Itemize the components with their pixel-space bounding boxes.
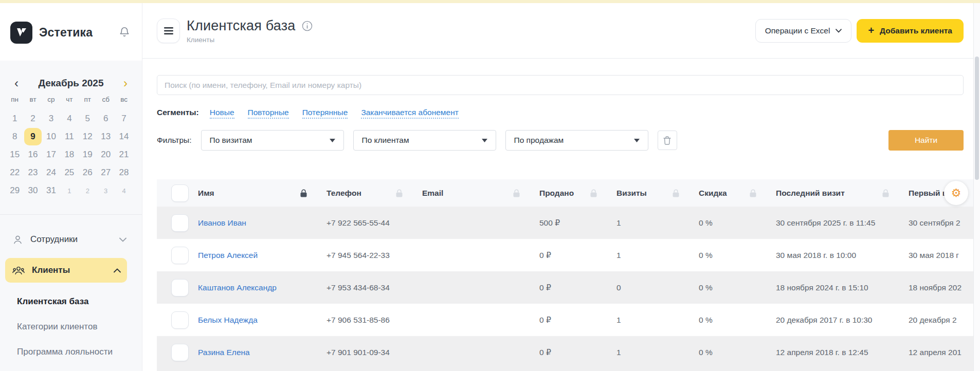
find-button[interactable]: Найти: [888, 130, 964, 151]
calendar-day[interactable]: 4: [61, 110, 78, 127]
calendar-day[interactable]: 1: [6, 110, 24, 127]
calendar-day[interactable]: 26: [79, 164, 96, 181]
segment-link[interactable]: Потерянные: [302, 108, 348, 119]
brand-v-icon: [15, 26, 28, 39]
client-name-link[interactable]: Белых Надежда: [198, 316, 258, 324]
column-header[interactable]: Скидка: [699, 189, 776, 198]
cell-first-visit: 12 апреля 201: [909, 348, 973, 357]
calendar-day[interactable]: 15: [6, 146, 24, 163]
sidebar-subitem[interactable]: Программа лояльности: [0, 339, 142, 364]
calendar-day[interactable]: 28: [115, 164, 133, 181]
sidebar-item-clients[interactable]: Клиенты: [5, 258, 127, 283]
calendar-day[interactable]: 17: [42, 146, 60, 163]
column-header[interactable]: Последний визит: [776, 189, 909, 198]
cell-phone: +7 922 565-55-44: [326, 218, 422, 228]
calendar-day[interactable]: 6: [97, 110, 115, 127]
calendar-day[interactable]: 21: [115, 146, 133, 163]
calendar-day[interactable]: 24: [42, 164, 60, 181]
table-settings-button[interactable]: ⚙: [944, 181, 968, 205]
calendar-day[interactable]: 11: [61, 128, 78, 145]
sidebar-submenu: Клиентская базаКатегории клиентовПрограм…: [0, 289, 142, 364]
calendar-day[interactable]: 13: [97, 128, 115, 145]
calendar-day[interactable]: 10: [42, 128, 60, 145]
cell-sold: 0 ₽: [539, 283, 616, 292]
calendar-day[interactable]: 25: [61, 164, 78, 181]
chevron-up-icon: [114, 268, 121, 273]
add-client-button[interactable]: + Добавить клиента: [857, 19, 964, 43]
notifications-bell-icon[interactable]: [118, 26, 131, 39]
calendar-day[interactable]: 18: [61, 146, 78, 163]
client-name-link[interactable]: Каштанов Александр: [198, 283, 277, 292]
cell-last-visit: 12 апреля 2018 г. в 12:45: [776, 348, 909, 357]
calendar-month-label: Декабрь 2025: [21, 78, 121, 89]
calendar-next-icon[interactable]: ›: [121, 77, 130, 89]
calendar-prev-icon[interactable]: ‹: [12, 77, 21, 89]
search-input[interactable]: [157, 75, 964, 95]
calendar-weekday-label: пт: [84, 96, 92, 103]
filter-dropdown[interactable]: По клиентам: [353, 130, 496, 151]
calendar-day[interactable]: 9: [24, 128, 42, 145]
calendar-day[interactable]: 1: [61, 182, 78, 199]
calendar-day[interactable]: 3: [97, 182, 115, 199]
filter-dropdown[interactable]: По визитам: [201, 130, 344, 151]
calendar-day[interactable]: 5: [79, 110, 96, 127]
info-icon[interactable]: [302, 21, 313, 31]
calendar-day[interactable]: 29: [6, 182, 24, 199]
cell-name: Каштанов Александр: [198, 283, 326, 292]
calendar-day[interactable]: 22: [6, 164, 24, 181]
client-name-link[interactable]: Разина Елена: [198, 348, 250, 357]
row-checkbox[interactable]: [171, 279, 189, 296]
calendar-day[interactable]: 7: [115, 110, 133, 127]
calendar-day[interactable]: 3: [42, 110, 60, 127]
calendar-day[interactable]: 19: [79, 146, 96, 163]
clear-filters-button[interactable]: [658, 131, 677, 150]
calendar-day[interactable]: 30: [24, 182, 42, 199]
column-header[interactable]: Email: [422, 189, 539, 198]
calendar-day[interactable]: 2: [79, 182, 96, 199]
segment-link[interactable]: Новые: [210, 108, 234, 119]
table-row: Белых Надежда +7 906 531-85-86 0 ₽ 1 0 %…: [157, 304, 973, 336]
lock-icon: [750, 189, 756, 197]
scrollbar-thumb[interactable]: [975, 57, 979, 180]
calendar-day[interactable]: 4: [115, 182, 133, 199]
row-checkbox[interactable]: [171, 344, 189, 361]
cell-visits: 1: [616, 348, 699, 357]
sidebar: Эстетика ‹ Декабрь 2025 › пнвтсрчтптсбвс: [0, 0, 142, 371]
client-name-link[interactable]: Петров Алексей: [198, 251, 258, 259]
select-all-checkbox[interactable]: [171, 184, 189, 202]
calendar-day[interactable]: 8: [6, 128, 24, 145]
calendar-day[interactable]: 14: [115, 128, 133, 145]
page-title: Клиентская база: [187, 18, 296, 34]
cell-name: Иванов Иван: [198, 218, 326, 228]
calendar-weekday-label: сб: [102, 96, 109, 103]
calendar-day[interactable]: 2: [24, 110, 42, 127]
segment-link[interactable]: Повторные: [248, 108, 289, 119]
row-checkbox[interactable]: [171, 247, 189, 264]
sidebar-subitem[interactable]: Категории клиентов: [0, 314, 142, 339]
row-checkbox[interactable]: [171, 311, 189, 329]
table-row: Каштанов Александр +7 953 434-68-34 0 ₽ …: [157, 271, 973, 304]
row-checkbox[interactable]: [171, 214, 189, 232]
column-header[interactable]: Имя: [198, 189, 326, 198]
sidebar-subitem[interactable]: Клиентская база: [0, 289, 142, 314]
calendar-day[interactable]: 23: [24, 164, 42, 181]
column-header[interactable]: Визиты: [616, 189, 699, 198]
segment-link[interactable]: Заканчивается абонемент: [361, 108, 458, 119]
client-name-link[interactable]: Иванов Иван: [198, 218, 246, 227]
sidebar-item-employees[interactable]: Сотрудники: [0, 227, 142, 252]
calendar-day[interactable]: 12: [79, 128, 96, 145]
calendar-day[interactable]: 16: [24, 146, 42, 163]
page-header: Клиентская база Клиенты Операции с Excel: [142, 3, 973, 59]
cell-last-visit: 30 сентября 2025 г. в 11:45: [776, 218, 909, 228]
excel-operations-button[interactable]: Операции с Excel: [755, 19, 852, 43]
column-header[interactable]: Продано: [539, 189, 616, 198]
cell-first-visit: 18 ноября 202: [909, 283, 973, 292]
filter-dropdown[interactable]: По продажам: [505, 130, 648, 151]
calendar-day[interactable]: 31: [42, 182, 60, 199]
calendar-day[interactable]: 27: [97, 164, 115, 181]
calendar-day[interactable]: 20: [97, 146, 115, 163]
calendar-weekday-label: вт: [30, 96, 37, 103]
table-body: Иванов Иван +7 922 565-55-44 500 ₽ 1 0 %…: [157, 207, 973, 368]
menu-toggle-button[interactable]: [157, 18, 180, 43]
column-header[interactable]: Телефон: [326, 189, 422, 198]
